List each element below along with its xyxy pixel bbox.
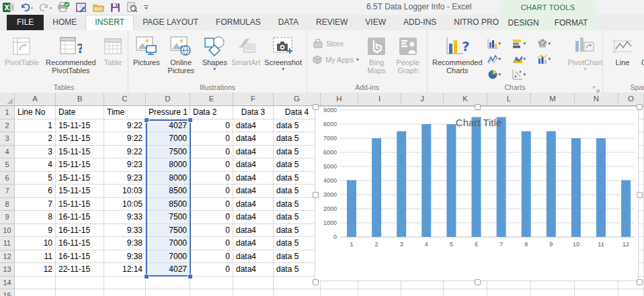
cell[interactable]: 9:22 <box>104 146 146 159</box>
bar[interactable] <box>596 138 606 237</box>
cell[interactable]: data4 <box>233 185 274 198</box>
cell[interactable]: 0 <box>190 158 233 172</box>
bar[interactable] <box>421 124 431 237</box>
row-header-5[interactable]: 5 <box>0 158 15 172</box>
cell[interactable]: 10 <box>15 237 56 250</box>
cell[interactable]: 15-11-15 <box>56 158 104 172</box>
cell[interactable]: data4 <box>233 237 274 250</box>
cell[interactable]: Time <box>104 106 146 119</box>
insert-line-chart-button[interactable]: ▾ <box>487 51 512 66</box>
row-header-9[interactable]: 9 <box>0 211 15 224</box>
cell[interactable]: 22-11-15 <box>56 263 104 277</box>
cell[interactable]: 6 <box>15 185 56 198</box>
bar[interactable] <box>347 180 356 237</box>
range-handle[interactable] <box>144 274 149 279</box>
cell[interactable]: Date <box>56 106 104 119</box>
cell[interactable]: 0 <box>190 146 233 159</box>
cell[interactable]: 0 <box>190 224 233 238</box>
cell[interactable]: 12 <box>15 263 56 277</box>
chart-resize-handle[interactable] <box>475 104 481 110</box>
cell[interactable]: 9:38 <box>104 237 146 250</box>
cell[interactable]: 15-11-15 <box>56 198 104 211</box>
row-header-12[interactable]: 12 <box>0 250 15 264</box>
cell[interactable]: 9:22 <box>104 132 146 146</box>
recommended-charts-button[interactable]: ? Recommended Charts <box>430 32 485 75</box>
edit-document-button[interactable] <box>76 3 87 13</box>
cell[interactable] <box>15 289 56 296</box>
screenshot-dropdown-icon[interactable]: ▾ <box>282 66 284 72</box>
cell[interactable]: 0 <box>190 263 233 277</box>
cell[interactable] <box>233 277 274 290</box>
cell[interactable]: data4 <box>233 263 274 277</box>
tab-design[interactable]: DESIGN <box>506 18 542 28</box>
col-header-J[interactable]: J <box>401 93 444 106</box>
cell[interactable]: data4 <box>233 146 274 159</box>
col-header-A[interactable]: A <box>15 93 56 106</box>
cell[interactable]: data 5 <box>274 146 321 159</box>
row-header-4[interactable]: 4 <box>0 146 15 159</box>
cell[interactable] <box>531 289 575 296</box>
cell[interactable] <box>487 289 531 296</box>
tab-file[interactable]: FILE <box>7 15 44 30</box>
col-header-I[interactable]: I <box>358 93 401 106</box>
cell[interactable]: data4 <box>233 172 274 185</box>
cell[interactable] <box>401 289 444 296</box>
cell[interactable] <box>56 289 104 296</box>
screenshot-button[interactable]: Screenshot ▾ <box>262 32 304 72</box>
cell[interactable]: 15-11-15 <box>56 119 104 133</box>
cell[interactable]: 7500 <box>146 224 190 238</box>
range-handle[interactable] <box>188 117 193 123</box>
cell[interactable] <box>575 289 618 296</box>
chart-resize-handle[interactable] <box>475 279 481 285</box>
cell[interactable]: 8 <box>15 211 56 224</box>
cell[interactable]: 9:23 <box>104 158 146 172</box>
cell[interactable]: 1 <box>15 119 56 133</box>
embedded-chart[interactable]: 0100020003000400050006000700080009000123… <box>315 106 639 281</box>
cell[interactable]: 16-11-15 <box>56 224 104 238</box>
cell[interactable]: 16-11-15 <box>56 211 104 224</box>
insert-combo-chart-button[interactable]: ▾ <box>537 51 562 66</box>
cell[interactable]: 0 <box>190 198 233 211</box>
range-handle[interactable] <box>144 117 149 123</box>
cell[interactable] <box>233 289 274 296</box>
cell[interactable]: 15-11-15 <box>56 146 104 159</box>
tab-home[interactable]: HOME <box>44 15 85 30</box>
tab-data[interactable]: DATA <box>270 15 307 30</box>
sparkline-column-button[interactable]: Column <box>639 32 644 66</box>
insert-bar-chart-button[interactable]: ▾ <box>512 36 537 51</box>
tab-add-ins[interactable]: ADD-INS <box>395 15 445 30</box>
cell[interactable]: 8500 <box>146 198 190 211</box>
cell[interactable] <box>104 289 146 296</box>
cell[interactable]: data4 <box>233 119 274 133</box>
cell[interactable]: 16-11-15 <box>56 237 104 250</box>
quick-print-button[interactable] <box>58 2 70 13</box>
row-header-10[interactable]: 10 <box>0 224 15 238</box>
pictures-button[interactable]: Pictures <box>131 32 162 66</box>
chart-resize-handle[interactable] <box>313 279 319 285</box>
row-header-14[interactable]: 14 <box>0 277 15 290</box>
cell[interactable]: 10:05 <box>104 198 146 211</box>
cell[interactable] <box>56 277 104 290</box>
cell[interactable]: 5 <box>15 172 56 185</box>
cell[interactable]: data 5 <box>274 132 321 146</box>
cell[interactable]: 16-11-15 <box>56 250 104 264</box>
sparkline-line-button[interactable]: Line <box>610 32 635 66</box>
row-header-1[interactable]: 1 <box>0 106 15 119</box>
cell[interactable]: 9:23 <box>104 172 146 185</box>
tab-review[interactable]: REVIEW <box>307 15 356 30</box>
row-header-6[interactable]: 6 <box>0 172 15 185</box>
cell[interactable]: 8500 <box>146 185 190 198</box>
cell[interactable]: data4 <box>233 158 274 172</box>
row-header-15[interactable]: 15 <box>0 289 15 296</box>
cell[interactable]: 0 <box>190 250 233 264</box>
col-header-N[interactable]: N <box>575 93 618 106</box>
cell[interactable]: 7000 <box>146 250 190 264</box>
cell[interactable] <box>321 289 358 296</box>
undo-button[interactable]: ▾ <box>20 3 33 12</box>
cell[interactable]: 0 <box>190 119 233 133</box>
cell[interactable]: 7000 <box>146 132 190 146</box>
cell[interactable]: data 5 <box>274 172 321 185</box>
tab-view[interactable]: VIEW <box>356 15 395 30</box>
cell[interactable]: 0 <box>190 132 233 146</box>
cell[interactable]: Pressure 1 <box>146 106 190 119</box>
